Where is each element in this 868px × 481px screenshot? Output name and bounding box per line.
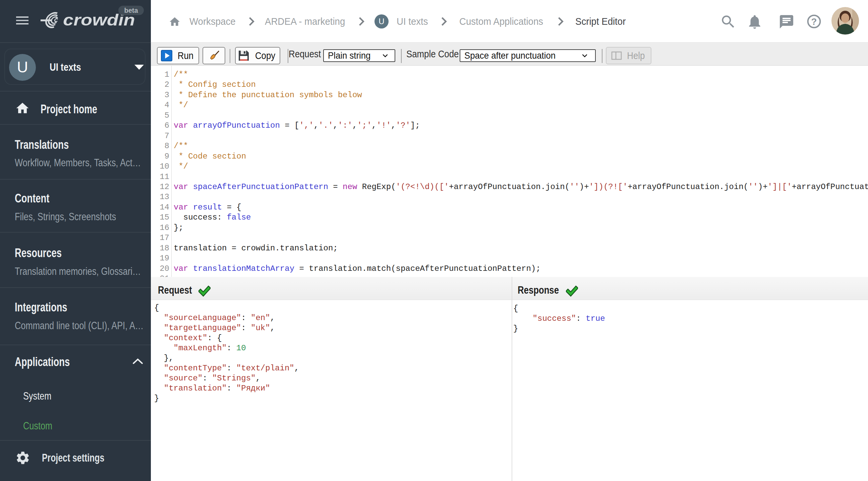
svg-text:?: ?: [811, 17, 817, 27]
